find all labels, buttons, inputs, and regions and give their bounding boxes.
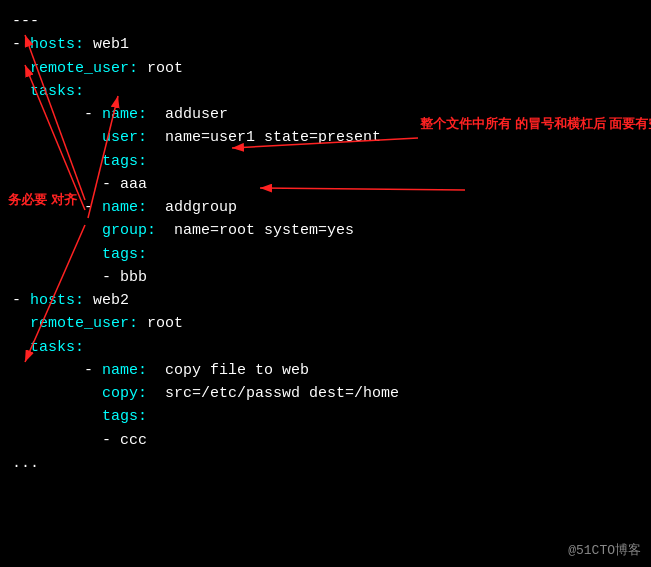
code-line: tags: <box>12 243 639 266</box>
code-block: ---- hosts: web1 remote_user: root tasks… <box>0 0 651 485</box>
code-line: - hosts: web2 <box>12 289 639 312</box>
code-line: - name: copy file to web <box>12 359 639 382</box>
code-line: tasks: <box>12 80 639 103</box>
code-line: - bbb <box>12 266 639 289</box>
code-line: group: name=root system=yes <box>12 219 639 242</box>
code-line: tags: <box>12 150 639 173</box>
code-line: - name: addgroup <box>12 196 639 219</box>
code-line: --- <box>12 10 639 33</box>
code-line: - ccc <box>12 429 639 452</box>
file-note-annotation: 整个文件中所有 的冒号和横杠后 面要有空格 <box>420 116 651 133</box>
code-line: - hosts: web1 <box>12 33 639 56</box>
code-line: remote_user: root <box>12 57 639 80</box>
code-line: ... <box>12 452 639 475</box>
code-line: tags: <box>12 405 639 428</box>
watermark: @51CTO博客 <box>568 541 641 559</box>
code-line: - aaa <box>12 173 639 196</box>
align-annotation: 务必要 对齐 <box>8 192 77 209</box>
code-line: remote_user: root <box>12 312 639 335</box>
code-line: tasks: <box>12 336 639 359</box>
code-line: copy: src=/etc/passwd dest=/home <box>12 382 639 405</box>
